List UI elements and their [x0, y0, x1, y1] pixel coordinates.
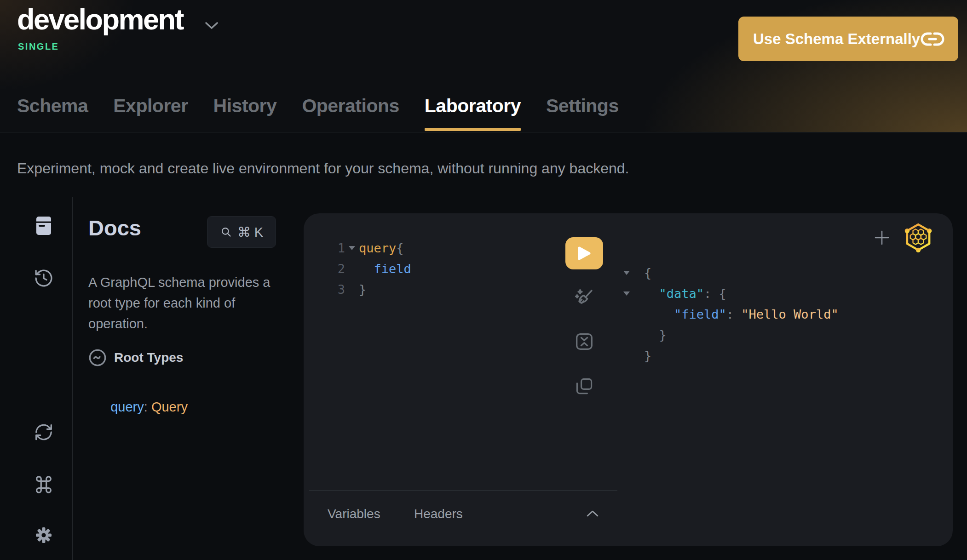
- root-types-label: Root Types: [114, 350, 183, 365]
- sidebar-item-shortcuts[interactable]: [33, 474, 54, 495]
- code-colon: :: [704, 286, 719, 301]
- page-description: Experiment, mock and create live environ…: [17, 160, 629, 177]
- docs-title: Docs: [88, 215, 141, 240]
- code-keyword: query: [359, 241, 396, 255]
- merge-icon: [574, 331, 595, 352]
- root-type-separator: :: [144, 400, 151, 414]
- environment-badge: SINGLE: [18, 41, 59, 52]
- hive-logo-icon: [903, 222, 933, 252]
- link-icon: [921, 30, 944, 48]
- sidebar-divider: [72, 197, 73, 560]
- hive-logo: [903, 222, 933, 252]
- use-schema-externally-button[interactable]: Use Schema Externally: [738, 17, 958, 61]
- fold-arrow-icon: [623, 291, 630, 296]
- code-brace: {: [396, 241, 403, 255]
- sidebar-item-sync[interactable]: [33, 422, 54, 443]
- laboratory-page: development SINGLE Use Schema Externally: [0, 0, 967, 560]
- root-type-type[interactable]: Query: [151, 400, 188, 414]
- root-type-field[interactable]: query: [110, 400, 144, 414]
- chevron-down-icon: [204, 21, 219, 30]
- code-brace: {: [644, 266, 651, 280]
- footer-divider: [309, 490, 617, 491]
- line-number: 1: [334, 241, 345, 255]
- editor-line: 2 field: [334, 258, 411, 279]
- fold-toggle[interactable]: [623, 271, 644, 275]
- variables-tab[interactable]: Variables: [328, 507, 380, 521]
- query-editor[interactable]: 1 query{ 2 field 3 }: [334, 238, 411, 300]
- sidebar-item-settings[interactable]: [33, 525, 54, 546]
- code-brace: {: [719, 286, 726, 301]
- response-line: }: [623, 325, 839, 345]
- history-icon: [33, 268, 54, 289]
- tab-schema[interactable]: Schema: [17, 95, 88, 132]
- code-brace: }: [644, 349, 651, 363]
- tab-explorer[interactable]: Explorer: [113, 95, 188, 132]
- headers-tab[interactable]: Headers: [414, 507, 463, 521]
- code-colon: :: [726, 307, 742, 321]
- command-icon: [33, 474, 54, 495]
- execute-query-button[interactable]: [565, 237, 603, 269]
- tab-laboratory[interactable]: Laboratory: [425, 95, 521, 132]
- tab-settings[interactable]: Settings: [546, 95, 619, 132]
- refresh-icon: [33, 422, 54, 443]
- line-number: 3: [334, 282, 345, 297]
- response-line: {: [623, 263, 839, 283]
- response-line: "data": {: [623, 283, 839, 304]
- response-line: }: [623, 345, 839, 366]
- root-type-query-link[interactable]: query: Query: [96, 384, 188, 430]
- root-types-section: Root Types: [88, 349, 183, 367]
- copy-icon: [574, 376, 594, 396]
- response-viewer: { "data": { "field": "Hello World" } }: [623, 263, 839, 366]
- page-header: development SINGLE Use Schema Externally: [0, 0, 967, 132]
- copy-query-button[interactable]: [574, 376, 594, 396]
- play-icon: [577, 246, 591, 261]
- collapse-editor-tools-button[interactable]: [586, 509, 599, 518]
- tab-operations[interactable]: Operations: [302, 95, 399, 132]
- fold-toggle[interactable]: [623, 291, 644, 296]
- docs-description: A GraphQL schema provides a root type fo…: [88, 272, 288, 334]
- plus-icon: [874, 230, 890, 246]
- line-number: 2: [334, 262, 345, 276]
- sidebar-item-history[interactable]: [33, 268, 54, 289]
- chevron-up-icon: [586, 509, 599, 518]
- editor-line: 1 query{: [334, 238, 411, 258]
- add-tab-button[interactable]: [874, 230, 890, 246]
- fold-arrow-icon: [349, 246, 355, 250]
- target-title: development: [17, 3, 183, 36]
- prettify-wand-icon: [573, 287, 595, 309]
- code-property: "field": [644, 307, 726, 321]
- page-tabs: Schema Explorer History Operations Labor…: [17, 95, 619, 132]
- gear-icon: [33, 525, 54, 546]
- code-property: "data": [644, 286, 704, 301]
- code-string-value: "Hello World": [741, 307, 838, 321]
- response-line: "field": "Hello World": [623, 304, 839, 325]
- fold-arrow-icon: [623, 271, 630, 275]
- docs-search-button[interactable]: ⌘ K: [207, 216, 276, 248]
- code-brace: }: [359, 282, 366, 297]
- use-schema-externally-label: Use Schema Externally: [753, 30, 920, 48]
- search-icon: [220, 226, 232, 238]
- tilde-circle-icon: [88, 349, 107, 367]
- code-field: field: [359, 262, 411, 276]
- book-icon: [33, 215, 55, 237]
- merge-fragments-button[interactable]: [574, 331, 595, 352]
- code-brace: }: [644, 328, 667, 342]
- sidebar-item-docs[interactable]: [33, 215, 55, 237]
- target-selector-dropdown[interactable]: [204, 21, 219, 32]
- editor-line: 3 }: [334, 279, 411, 300]
- prettify-button[interactable]: [573, 287, 595, 309]
- tab-history[interactable]: History: [213, 95, 277, 132]
- fold-toggle[interactable]: [345, 246, 359, 250]
- search-shortcut-label: ⌘ K: [237, 224, 263, 240]
- graphiql-panel: 1 query{ 2 field 3 }: [304, 213, 953, 546]
